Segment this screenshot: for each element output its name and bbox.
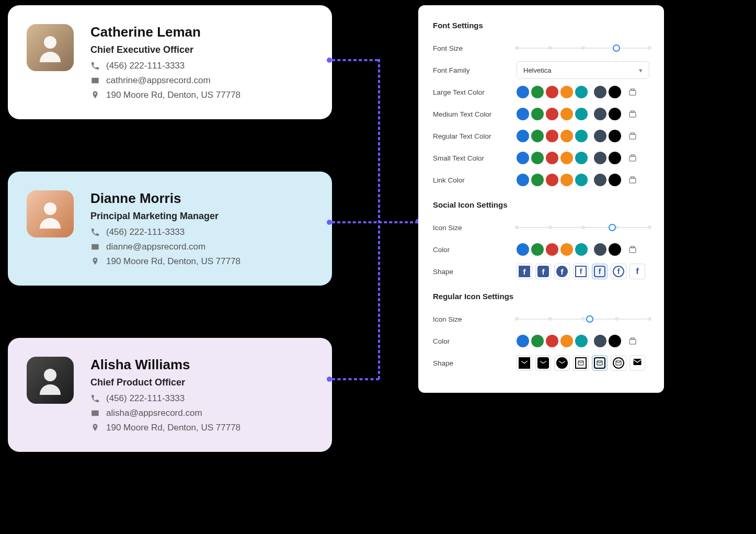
color-swatch[interactable]	[575, 130, 588, 142]
shape-rounded-outline[interactable]: f	[592, 264, 608, 279]
large-text-color-swatches	[517, 86, 638, 98]
shape-rounded-solid[interactable]	[535, 355, 551, 371]
color-swatch[interactable]	[531, 108, 544, 120]
color-swatch[interactable]	[546, 130, 558, 142]
social-icon-color-swatches	[517, 243, 638, 256]
color-swatch[interactable]	[517, 335, 529, 347]
color-swatch[interactable]	[609, 108, 621, 120]
shape-plain[interactable]: f	[629, 264, 645, 279]
color-swatch[interactable]	[517, 174, 529, 186]
color-swatch[interactable]	[517, 108, 529, 120]
custom-color-icon[interactable]	[627, 109, 638, 119]
regular-shape-options	[517, 355, 645, 371]
large-text-color-label: Large Text Color	[433, 88, 517, 96]
shape-circle-solid[interactable]: f	[554, 264, 570, 279]
color-swatch[interactable]	[517, 130, 529, 142]
color-swatch[interactable]	[531, 174, 544, 186]
color-swatch[interactable]	[517, 243, 529, 256]
card-name: Catherine Leman	[90, 24, 313, 40]
color-swatch[interactable]	[594, 335, 606, 347]
color-swatch[interactable]	[609, 243, 621, 256]
social-icon-size-slider[interactable]	[517, 223, 649, 232]
color-swatch[interactable]	[517, 152, 529, 164]
social-icon-settings-heading: Social Icon Settings	[433, 200, 649, 209]
color-swatch[interactable]	[575, 335, 588, 347]
color-swatch[interactable]	[609, 335, 621, 347]
shape-circle-outline[interactable]	[611, 355, 626, 371]
card-address: 190 Moore Rd, Denton, US 77778	[106, 423, 240, 433]
color-swatch[interactable]	[594, 86, 606, 98]
color-swatch[interactable]	[546, 174, 558, 186]
pin-icon	[90, 90, 100, 100]
shape-circle-outline[interactable]: f	[611, 264, 626, 279]
custom-color-icon[interactable]	[627, 244, 638, 255]
color-swatch[interactable]	[560, 152, 573, 164]
font-family-select[interactable]: Helvetica ▾	[517, 61, 649, 79]
color-swatch[interactable]	[546, 152, 558, 164]
regular-icon-size-label: Icon Size	[433, 315, 517, 323]
shape-square-outline[interactable]: f	[573, 264, 589, 279]
shape-square-solid[interactable]	[517, 355, 532, 371]
color-swatch[interactable]	[594, 108, 606, 120]
color-swatch[interactable]	[546, 86, 558, 98]
color-swatch[interactable]	[560, 108, 573, 120]
font-family-label: Font Family	[433, 66, 517, 74]
color-swatch[interactable]	[575, 174, 588, 186]
card-address: 190 Moore Rd, Denton, US 77778	[106, 90, 240, 100]
custom-color-icon[interactable]	[627, 87, 638, 97]
color-swatch[interactable]	[609, 130, 621, 142]
card-email: alisha@appsrecord.com	[106, 408, 202, 418]
color-swatch[interactable]	[531, 86, 544, 98]
shape-plain[interactable]	[629, 355, 645, 371]
color-swatch[interactable]	[575, 108, 588, 120]
mail-icon	[90, 76, 100, 85]
color-swatch[interactable]	[594, 130, 606, 142]
font-size-slider[interactable]	[517, 44, 649, 52]
card-email: dianne@appsrecord.com	[106, 242, 205, 252]
color-swatch[interactable]	[594, 152, 606, 164]
shape-square-outline[interactable]	[573, 355, 589, 371]
color-swatch[interactable]	[594, 243, 606, 256]
color-swatch[interactable]	[531, 243, 544, 256]
shape-rounded-outline[interactable]	[592, 355, 608, 371]
font-family-value: Helvetica	[523, 66, 551, 74]
shape-circle-solid[interactable]	[554, 355, 570, 371]
color-swatch[interactable]	[575, 243, 588, 256]
color-swatch[interactable]	[560, 130, 573, 142]
card-phone: (456) 222-111-3333	[106, 227, 185, 237]
color-swatch[interactable]	[609, 86, 621, 98]
custom-color-icon[interactable]	[627, 153, 638, 163]
avatar	[27, 357, 74, 404]
color-swatch[interactable]	[546, 243, 558, 256]
signature-card: Catherine Leman Chief Executive Officer …	[8, 5, 332, 119]
shape-rounded-solid[interactable]: f	[535, 264, 551, 279]
color-swatch[interactable]	[531, 335, 544, 347]
link-color-label: Link Color	[433, 176, 517, 184]
regular-icon-color-label: Color	[433, 337, 517, 345]
color-swatch[interactable]	[609, 152, 621, 164]
color-swatch[interactable]	[560, 335, 573, 347]
custom-color-icon[interactable]	[627, 175, 638, 185]
custom-color-icon[interactable]	[627, 336, 638, 346]
color-swatch[interactable]	[560, 86, 573, 98]
color-swatch[interactable]	[546, 335, 558, 347]
pin-icon	[90, 423, 100, 433]
color-swatch[interactable]	[531, 152, 544, 164]
color-swatch[interactable]	[594, 174, 606, 186]
mail-icon	[90, 408, 100, 418]
regular-icon-size-slider[interactable]	[517, 315, 649, 323]
mail-icon	[90, 242, 100, 252]
color-swatch[interactable]	[560, 174, 573, 186]
color-swatch[interactable]	[546, 108, 558, 120]
shape-square-solid[interactable]: f	[517, 264, 532, 279]
color-swatch[interactable]	[517, 86, 529, 98]
settings-panel: Font Settings Font Size Font Family Helv…	[418, 5, 664, 393]
card-title: Chief Executive Officer	[90, 44, 313, 55]
signature-card: Dianne Morris Principal Marketing Manage…	[8, 172, 332, 286]
color-swatch[interactable]	[575, 152, 588, 164]
custom-color-icon[interactable]	[627, 131, 638, 141]
color-swatch[interactable]	[560, 243, 573, 256]
color-swatch[interactable]	[531, 130, 544, 142]
color-swatch[interactable]	[575, 86, 588, 98]
color-swatch[interactable]	[609, 174, 621, 186]
